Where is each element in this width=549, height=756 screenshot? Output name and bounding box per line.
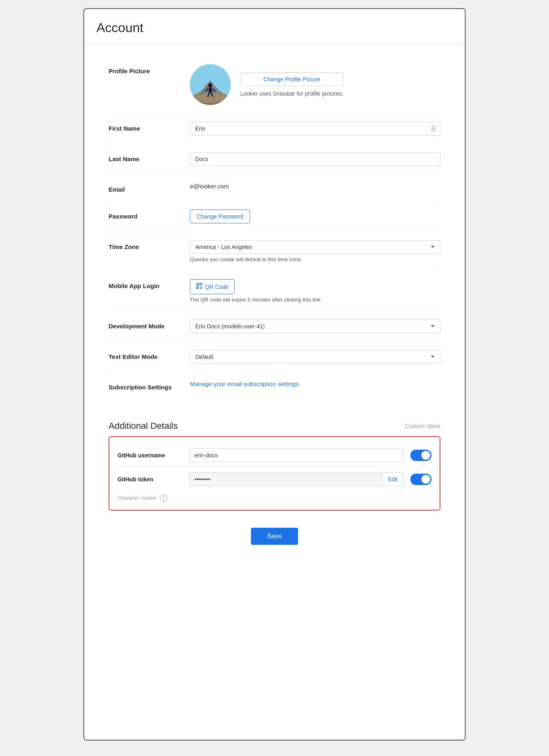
profile-picture-label: Profile Picture [109, 64, 190, 74]
profile-picture-section: Change Profile Picture Looker uses Grava… [190, 64, 440, 105]
content-area: Profile Picture [84, 44, 465, 411]
profile-actions: Change Profile Picture Looker uses Grava… [240, 72, 344, 97]
development-mode-select[interactable]: Erin Docs (models-user-41) [190, 319, 440, 333]
svg-rect-22 [199, 284, 200, 285]
text-editor-mode-select[interactable]: Default [190, 350, 440, 364]
svg-rect-14 [201, 284, 202, 285]
github-username-input-area [189, 448, 404, 462]
custom-value-label: Custom Value [405, 423, 440, 429]
subscription-settings-label: Subscription Settings [109, 380, 190, 391]
email-value: e@looker.com [190, 179, 229, 190]
development-mode-row: Development Mode Erin Docs (models-user-… [109, 311, 440, 342]
last-name-control [190, 152, 440, 166]
last-name-label: Last Name [109, 152, 190, 162]
svg-rect-23 [196, 286, 197, 287]
help-icon[interactable]: ? [160, 494, 167, 502]
github-token-toggle[interactable] [410, 474, 431, 485]
mobile-app-login-label: Mobile App Login [109, 279, 190, 289]
time-zone-row: Time Zone America - Los Angeles Queries … [109, 232, 440, 271]
time-zone-select[interactable]: America - Los Angeles [190, 240, 440, 254]
form-icon: ☰ [431, 125, 436, 133]
github-token-label: GitHub token [118, 476, 183, 483]
save-section: Save [84, 516, 465, 549]
time-zone-label: Time Zone [109, 240, 190, 250]
subscription-settings-control: Manage your email subscription settings. [190, 380, 440, 388]
token-input-group: Edit [189, 472, 404, 486]
first-name-input[interactable] [190, 122, 440, 135]
text-editor-mode-control: Default [190, 350, 440, 364]
svg-rect-18 [201, 287, 202, 288]
github-token-edit-button[interactable]: Edit [382, 472, 404, 486]
time-zone-hint: Queries you create will default to this … [190, 256, 440, 262]
password-row: Password Change Password [109, 201, 440, 232]
github-token-input[interactable] [189, 472, 382, 486]
additional-details-title: Additional Details [109, 421, 178, 431]
svg-rect-6 [209, 87, 212, 93]
page-header: Account [84, 9, 465, 44]
qr-button-label: QR Code [205, 284, 229, 290]
char-counter-row: Character counter ? [118, 491, 431, 503]
page-title: Account [96, 20, 453, 35]
time-zone-control: America - Los Angeles Queries you create… [190, 240, 440, 262]
github-username-toggle[interactable] [410, 450, 431, 461]
avatar [190, 64, 231, 105]
save-button[interactable]: Save [251, 528, 298, 545]
text-editor-mode-label: Text Editor Mode [109, 350, 190, 360]
additional-details-header: Additional Details Custom Value [84, 411, 465, 431]
svg-rect-24 [198, 286, 198, 287]
password-label: Password [109, 210, 190, 220]
github-username-row: GitHub username [118, 444, 431, 467]
github-username-label: GitHub username [118, 452, 183, 459]
github-token-row: GitHub token Edit [118, 467, 431, 491]
github-token-input-area: Edit [189, 472, 404, 486]
svg-rect-16 [197, 288, 198, 288]
subscription-settings-link[interactable]: Manage your email subscription settings. [190, 380, 301, 387]
last-name-input[interactable] [190, 152, 440, 166]
svg-rect-21 [199, 283, 200, 284]
first-name-input-wrapper: ☰ [190, 122, 440, 135]
svg-rect-20 [201, 288, 202, 289]
development-mode-control: Erin Docs (models-user-41) [190, 319, 440, 333]
first-name-label: First Name [109, 122, 190, 132]
svg-rect-19 [200, 288, 201, 289]
email-label: Email [109, 183, 190, 193]
profile-picture-row: Profile Picture [109, 56, 440, 114]
first-name-row: First Name ☰ [109, 114, 440, 144]
last-name-row: Last Name [109, 144, 440, 175]
svg-rect-25 [199, 286, 200, 287]
change-profile-picture-button[interactable]: Change Profile Picture [240, 72, 344, 86]
change-password-button[interactable]: Change Password [190, 210, 250, 223]
char-counter-label: Character counter [118, 495, 157, 501]
additional-details-box: GitHub username GitHub token Edit Charac… [109, 436, 440, 511]
email-control: e@looker.com [190, 183, 440, 190]
gravatar-note: Looker uses Gravatar for profile picture… [240, 90, 344, 97]
subscription-settings-row: Subscription Settings Manage your email … [109, 372, 440, 399]
svg-point-5 [208, 83, 212, 87]
password-control: Change Password [190, 210, 440, 223]
qr-icon [196, 283, 203, 291]
svg-rect-12 [197, 284, 198, 285]
text-editor-mode-row: Text Editor Mode Default [109, 342, 440, 372]
development-mode-label: Development Mode [109, 319, 190, 330]
svg-rect-17 [200, 287, 201, 288]
mobile-app-login-row: Mobile App Login [109, 271, 440, 311]
first-name-control: ☰ [190, 122, 440, 135]
github-username-input[interactable] [189, 448, 404, 462]
profile-picture-control: Change Profile Picture Looker uses Grava… [190, 64, 440, 105]
mobile-app-login-control: QR Code The QR code will expire 5 minute… [190, 279, 440, 303]
page-container: Account Profile Picture [83, 8, 466, 741]
email-row: Email e@looker.com [109, 175, 440, 201]
qr-code-button[interactable]: QR Code [190, 279, 235, 294]
mobile-app-login-hint: The QR code will expire 5 minutes after … [190, 297, 440, 303]
